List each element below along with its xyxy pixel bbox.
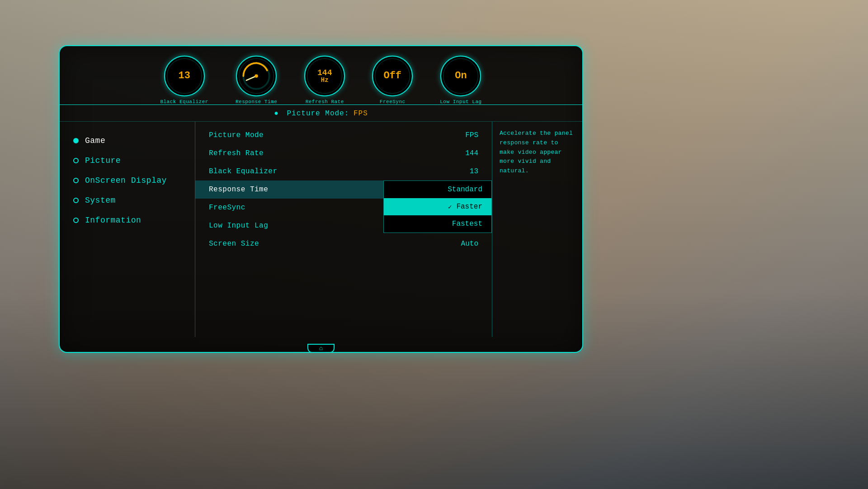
notch-icon: ⌂: [319, 345, 323, 352]
picture-mode-dot: ●: [274, 109, 279, 118]
dial-low-input-lag: On Low Input Lag: [440, 56, 481, 104]
sidebar-item-picture[interactable]: Picture: [60, 151, 195, 171]
dial-circle-response-time: [236, 56, 277, 96]
dropdown-option-fastest[interactable]: Fastest: [384, 215, 491, 233]
main-content: Game Picture OnScreen Display System Inf…: [60, 122, 582, 337]
dial-value-refresh-rate: 144: [317, 69, 332, 77]
sidebar-label-information: Information: [85, 216, 141, 225]
dropdown-label-faster: Faster: [456, 203, 482, 211]
sidebar-label-picture: Picture: [85, 156, 121, 165]
dial-label-refresh-rate: Refresh Rate: [306, 99, 344, 104]
setting-name-picture-mode: Picture Mode: [209, 131, 451, 139]
dial-response-time: Response Time: [236, 56, 277, 104]
sidebar-item-system[interactable]: System: [60, 190, 195, 210]
setting-name-refresh-rate: Refresh Rate: [209, 149, 451, 157]
dial-refresh-rate: 144 Hz Refresh Rate: [304, 56, 345, 104]
setting-value-refresh-rate: 144: [451, 149, 478, 157]
dial-circle-refresh-rate: 144 Hz: [304, 56, 345, 96]
dial-label-black-equalizer: Black Equalizer: [160, 99, 208, 104]
dial-label-low-input-lag: Low Input Lag: [440, 99, 481, 104]
osd-overlay: 13 Black Equalizer Response Time: [59, 45, 583, 353]
dial-circle-freesync: Off: [372, 56, 413, 96]
setting-row-black-equalizer[interactable]: Black Equalizer 13: [195, 162, 492, 180]
setting-name-black-equalizer: Black Equalizer: [209, 167, 451, 176]
sidebar: Game Picture OnScreen Display System Inf…: [60, 122, 195, 337]
svg-point-2: [255, 74, 258, 78]
setting-row-response-time[interactable]: Response Time Standard ✓ Faster Fastest: [195, 180, 492, 199]
dial-value-black-equalizer: 13: [178, 71, 190, 81]
picture-mode-header: ● Picture Mode: FPS: [60, 105, 582, 122]
dial-value-low-input-lag: On: [455, 71, 467, 81]
dial-black-equalizer: 13 Black Equalizer: [160, 56, 208, 104]
dial-value-hz: Hz: [317, 77, 332, 83]
svg-line-1: [246, 76, 256, 81]
svg-point-0: [243, 63, 269, 89]
sidebar-item-information[interactable]: Information: [60, 210, 195, 230]
dropdown-option-faster[interactable]: ✓ Faster: [384, 198, 491, 215]
dropdown-label-fastest: Fastest: [452, 220, 482, 228]
dial-circle-low-input-lag: On: [440, 56, 481, 96]
sidebar-item-game[interactable]: Game: [60, 131, 195, 151]
setting-name-screen-size: Screen Size: [209, 240, 451, 248]
dial-freesync: Off FreeSync: [372, 56, 413, 104]
sidebar-label-game: Game: [85, 136, 105, 145]
description-panel: Accelerate the panel response rate to ma…: [492, 122, 582, 337]
description-text: Accelerate the panel response rate to ma…: [500, 129, 575, 176]
sidebar-label-onscreen: OnScreen Display: [85, 176, 167, 185]
dropdown-option-standard[interactable]: Standard: [384, 181, 491, 198]
dial-label-response-time: Response Time: [236, 99, 277, 104]
setting-value-picture-mode: FPS: [451, 131, 478, 139]
bottom-notch: ⌂: [307, 344, 335, 353]
sidebar-label-system: System: [85, 196, 116, 205]
gauge-svg: [237, 56, 276, 96]
dial-label-freesync: FreeSync: [380, 99, 406, 104]
setting-row-refresh-rate[interactable]: Refresh Rate 144: [195, 144, 492, 162]
sidebar-bullet-system: [73, 198, 79, 203]
picture-mode-value: FPS: [354, 109, 368, 118]
picture-mode-label: Picture Mode:: [287, 109, 349, 118]
sidebar-item-onscreen-display[interactable]: OnScreen Display: [60, 171, 195, 190]
dial-value-freesync: Off: [383, 71, 401, 81]
settings-panel: Picture Mode FPS Refresh Rate 144 Black …: [195, 122, 492, 337]
setting-value-black-equalizer: 13: [451, 167, 478, 176]
status-bar: 13 Black Equalizer Response Time: [60, 46, 582, 105]
dropdown-response-time: Standard ✓ Faster Fastest: [383, 180, 492, 233]
check-icon: ✓: [448, 203, 452, 211]
dial-circle-black-equalizer: 13: [164, 56, 205, 96]
sidebar-bullet-game: [73, 138, 79, 143]
setting-row-screen-size[interactable]: Screen Size Auto: [195, 235, 492, 253]
dropdown-label-standard: Standard: [448, 185, 482, 194]
sidebar-bullet-picture: [73, 158, 79, 163]
sidebar-bullet-information: [73, 218, 79, 223]
setting-row-picture-mode[interactable]: Picture Mode FPS: [195, 126, 492, 144]
setting-value-screen-size: Auto: [451, 240, 478, 248]
sidebar-bullet-onscreen: [73, 178, 79, 183]
